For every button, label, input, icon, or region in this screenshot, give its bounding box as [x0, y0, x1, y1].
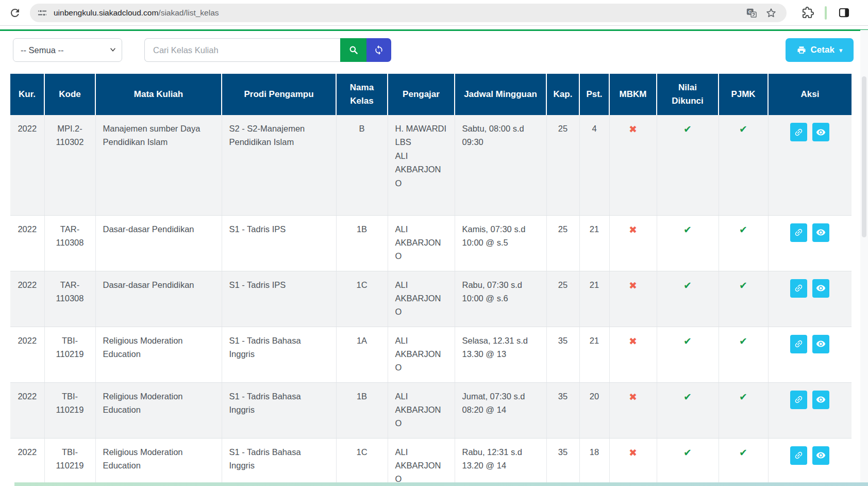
program-filter-select[interactable]: -- Semua -- [13, 38, 122, 62]
header-mbkm: MBKM [609, 74, 657, 115]
cell-nama-kelas: 1C [336, 438, 388, 486]
cell-nama-kelas: B [336, 115, 388, 215]
link-icon [794, 283, 804, 293]
cell-kode: TAR-110308 [44, 271, 95, 327]
check-icon: ✔ [739, 280, 747, 291]
cell-nilai-dikunci-status: ✔ [657, 115, 719, 215]
vertical-scrollbar-thumb[interactable] [862, 76, 866, 237]
cell-mata-kuliah: Dasar-dasar Pendidikan [95, 271, 222, 327]
cell-kur: 2022 [10, 327, 44, 382]
cell-kode: TAR-110308 [44, 215, 95, 271]
cell-pjmk-status: ✔ [719, 438, 768, 486]
cell-aksi [768, 438, 852, 486]
view-class-button[interactable] [812, 391, 829, 409]
cell-kap: 35 [546, 438, 579, 486]
horizontal-scrollbar[interactable] [0, 482, 868, 486]
table-row: 2022 TBI-110219 Religious Moderation Edu… [10, 438, 852, 486]
header-prodi-pengampu: Prodi Pengampu [222, 74, 336, 115]
link-class-button[interactable] [790, 279, 807, 298]
cell-pjmk-status: ✔ [719, 215, 768, 271]
cell-jadwal-mingguan: Sabtu, 08:00 s.d 09:30 [455, 115, 546, 215]
cell-nama-kelas: 1A [336, 327, 388, 382]
extensions-icon[interactable] [798, 3, 817, 23]
eye-icon [816, 283, 826, 293]
cell-kur: 2022 [10, 382, 44, 438]
cell-kap: 25 [546, 215, 579, 271]
header-nilai-dikunci: Nilai Dikunci [657, 74, 719, 115]
cross-icon: ✖ [629, 392, 637, 402]
view-class-button[interactable] [812, 335, 829, 353]
cell-kur: 2022 [10, 271, 44, 327]
link-class-button[interactable] [790, 391, 807, 409]
translate-icon[interactable]: G [743, 5, 760, 21]
view-class-button[interactable] [812, 123, 829, 141]
cell-kap: 25 [546, 115, 579, 215]
header-kap: Kap. [546, 74, 579, 115]
cell-kode: TBI-110219 [44, 382, 95, 438]
cell-prodi-pengampu: S1 - Tadris Bahasa Inggris [222, 327, 336, 382]
bookmark-star-icon[interactable] [763, 5, 779, 21]
reload-button[interactable] [5, 3, 25, 23]
header-jadwal-mingguan: Jadwal Mingguan [455, 74, 546, 115]
cell-kode: TBI-110219 [44, 438, 95, 486]
cell-mbkm-status: ✖ [609, 271, 657, 327]
cell-nilai-dikunci-status: ✔ [657, 327, 719, 382]
search-input[interactable] [144, 38, 340, 62]
cell-nilai-dikunci-status: ✔ [657, 382, 719, 438]
cross-icon: ✖ [629, 336, 637, 347]
header-pengajar: Pengajar [388, 74, 455, 115]
caret-down-icon: ▾ [839, 47, 843, 54]
cell-mata-kuliah: Religious Moderation Education [95, 438, 222, 486]
cell-mata-kuliah: Manajemen sumber Daya Pendidikan Islam [95, 115, 222, 215]
cell-pjmk-status: ✔ [719, 327, 768, 382]
table-row: 2022 TAR-110308 Dasar-dasar Pendidikan S… [10, 271, 852, 327]
cell-mbkm-status: ✖ [609, 327, 657, 382]
check-icon: ✔ [739, 336, 747, 347]
link-icon [794, 228, 804, 237]
cell-mbkm-status: ✖ [609, 382, 657, 438]
header-mata-kuliah: Mata Kuliah [95, 74, 222, 115]
cell-pst: 20 [579, 382, 609, 438]
table-row: 2022 TAR-110308 Dasar-dasar Pendidikan S… [10, 215, 852, 271]
search-button[interactable] [340, 38, 366, 62]
eye-icon [816, 339, 826, 349]
address-bar[interactable]: uinbengkulu.siakadcloud.com/siakad/list_… [30, 4, 787, 22]
cell-jadwal-mingguan: Kamis, 07:30 s.d 10:00 @ s.5 [455, 215, 546, 271]
cross-icon: ✖ [629, 224, 637, 235]
link-icon [794, 339, 804, 349]
check-icon: ✔ [683, 392, 692, 402]
page-top-accent [0, 29, 868, 31]
cell-jadwal-mingguan: Rabu, 12:31 s.d 13.20 @ 14 [455, 438, 546, 486]
header-pst: Pst. [579, 74, 609, 115]
print-button[interactable]: Cetak ▾ [786, 38, 854, 62]
cell-mata-kuliah: Religious Moderation Education [95, 382, 222, 438]
eye-icon [816, 450, 826, 460]
cell-pengajar: ALI AKBARJONO [388, 382, 455, 438]
class-table: Kur. Kode Mata Kuliah Prodi Pengampu Nam… [10, 74, 852, 486]
print-button-label: Cetak [811, 45, 834, 55]
view-class-button[interactable] [812, 279, 829, 298]
cell-pjmk-status: ✔ [719, 271, 768, 327]
cell-pst: 21 [579, 327, 609, 382]
side-panel-icon[interactable] [834, 3, 854, 23]
header-kur: Kur. [10, 74, 44, 115]
cell-pengajar: ALI AKBARJONO [388, 215, 455, 271]
cell-aksi [768, 382, 852, 438]
site-settings-icon[interactable] [37, 8, 47, 18]
refresh-button[interactable] [366, 38, 391, 62]
cell-mbkm-status: ✖ [609, 115, 657, 215]
link-class-button[interactable] [790, 446, 807, 465]
view-class-button[interactable] [812, 446, 829, 465]
check-icon: ✔ [683, 224, 692, 235]
cell-mata-kuliah: Religious Moderation Education [95, 327, 222, 382]
cell-pst: 21 [579, 271, 609, 327]
cell-prodi-pengampu: S2 - S2-Manajemen Pendidikan Islam [222, 115, 336, 215]
url-path: /siakad/list_kelas [158, 8, 219, 17]
link-class-button[interactable] [790, 223, 807, 242]
table-row: 2022 MPI.2-110302 Manajemen sumber Daya … [10, 115, 852, 215]
vertical-scrollbar[interactable] [860, 30, 868, 482]
view-class-button[interactable] [812, 223, 829, 242]
horizontal-scrollbar-thumb[interactable] [14, 482, 868, 486]
link-class-button[interactable] [790, 335, 807, 353]
link-class-button[interactable] [790, 123, 807, 141]
